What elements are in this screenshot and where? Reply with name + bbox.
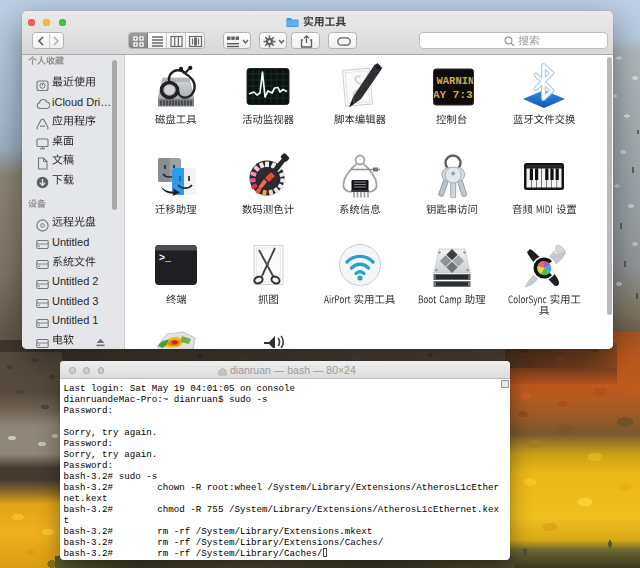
svg-text:WARNIN: WARNIN bbox=[437, 75, 475, 87]
svg-text:AY 7:36: AY 7:36 bbox=[433, 89, 475, 101]
svg-text:>_: >_ bbox=[159, 253, 172, 264]
